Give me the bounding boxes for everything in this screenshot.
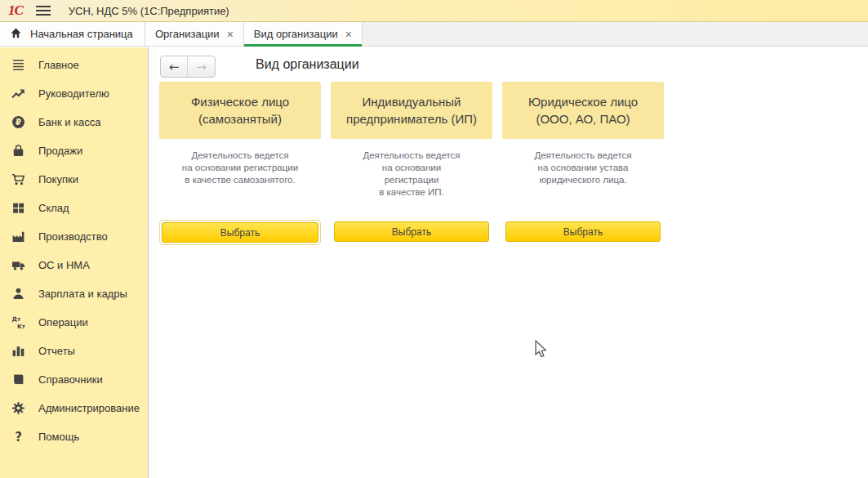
sidebar-item-label: Покупки [38,173,78,185]
ruble-circle-icon: ₽ [11,114,26,130]
sidebar-item-1[interactable]: Главное [0,51,148,79]
main-menu-icon[interactable] [36,6,51,16]
svg-text:₽: ₽ [16,118,21,127]
tab-1[interactable]: Организации× [145,22,244,46]
card-title-line: Юридическое лицо [528,93,638,110]
card-description-line: в качестве ИП. [331,186,492,199]
history-nav: ← → [160,56,216,78]
1c-logo: 1С [8,2,23,19]
org-type-card-2: Индивидуальныйпредприниматель (ИП)Деятел… [331,82,492,245]
sidebar-item-5[interactable]: Покупки [0,165,148,194]
select-button-3[interactable]: Выбрать [505,221,661,242]
dtkt-icon: ДтКт [11,315,26,330]
factory-icon [11,229,26,244]
tab-home[interactable]: Начальная страница [0,22,145,46]
bar-chart-icon [11,343,26,359]
card-title-line: (ООО, АО, ПАО) [536,110,630,127]
question-icon: ? [11,429,26,444]
card-title-line: предприниматель (ИП) [346,110,477,127]
title-bar: 1С УСН, НДС 5% (1С:Предприятие) [0,0,868,22]
cart-icon [11,172,26,187]
card-description-line: на основании [331,162,492,174]
sidebar: ГлавноеРуководителю₽Банк и кассаПродажиП… [0,47,149,478]
gear-icon [11,400,26,416]
card-description-line: Деятельность ведется [502,150,664,162]
sidebar-item-label: Банк и касса [38,116,101,128]
tab-home-label: Начальная страница [30,28,133,40]
sidebar-item-label: Операции [38,316,88,328]
sidebar-item-label: Склад [38,202,69,214]
card-description: Деятельность ведетсяна основании уставаю… [502,150,664,186]
sidebar-item-label: ОС и НМА [38,259,90,271]
tab-2-active[interactable]: Вид организации× [244,22,363,46]
main-area: ← → Вид организации Физическое лицо(само… [149,47,868,478]
sidebar-item-3[interactable]: ₽Банк и касса [0,108,148,136]
org-type-card-3: Юридическое лицо(ООО, АО, ПАО)Деятельнос… [502,82,664,245]
card-title-line: (самозанятый) [198,110,282,127]
sidebar-item-label: Главное [38,59,79,71]
sidebar-item-11[interactable]: Отчеты [0,337,148,365]
card-title: Юридическое лицо(ООО, АО, ПАО) [502,82,664,139]
card-title-line: Индивидуальный [363,93,461,110]
card-description: Деятельность ведетсяна основании регистр… [159,150,321,186]
back-button[interactable]: ← [161,56,188,77]
tab-label: Вид организации [254,28,338,40]
sidebar-item-label: Руководителю [38,87,109,100]
sidebar-item-label: Продажи [38,145,82,157]
home-icon [10,27,22,42]
sidebar-item-13[interactable]: Администрирование [0,394,148,422]
book-icon [11,372,26,387]
select-button-ring: Выбрать [502,218,664,245]
close-tab-icon[interactable]: × [345,29,352,40]
trend-icon [11,86,26,101]
warehouse-icon [11,200,26,216]
window-title: УСН, НДС 5% (1С:Предприятие) [69,5,229,17]
sidebar-item-label: Производство [38,230,108,243]
card-description-line: юридического лица. [502,174,664,186]
sidebar-item-label: Справочники [38,373,103,386]
sidebar-item-label: Администрирование [38,402,140,414]
select-button-ring: Выбрать [159,220,321,245]
sidebar-item-label: Зарплата и кадры [38,288,127,300]
sidebar-item-label: Помощь [38,431,79,443]
truck-icon [11,257,26,273]
card-description-line: регистрации [331,174,492,186]
card-title: Физическое лицо(самозанятый) [159,82,321,139]
card-description-line: Деятельность ведется [331,150,492,162]
org-type-card-1: Физическое лицо(самозанятый)Деятельность… [159,82,321,245]
card-description-line: на основании регистрации [159,162,321,174]
svg-text:Кт: Кт [17,323,25,329]
card-title-line: Физическое лицо [191,93,289,110]
select-button-1[interactable]: Выбрать [162,222,318,243]
select-button-2[interactable]: Выбрать [334,221,489,242]
tab-label: Организации [155,28,220,40]
card-description-line: на основании устава [502,162,664,174]
sidebar-item-6[interactable]: Склад [0,194,148,222]
sidebar-item-10[interactable]: ДтКтОперации [0,308,148,337]
bag-icon [11,143,26,159]
close-tab-icon[interactable]: × [227,29,234,40]
card-description: Деятельность ведетсяна основаниирегистра… [331,150,492,199]
sidebar-item-14[interactable]: ?Помощь [0,422,148,451]
forward-button[interactable]: → [188,56,215,77]
sidebar-item-7[interactable]: Производство [0,222,148,251]
page-title: Вид организации [256,57,359,72]
sidebar-item-2[interactable]: Руководителю [0,79,148,108]
sidebar-item-8[interactable]: ОС и НМА [0,251,148,279]
card-description-line: в качестве самозанятого. [159,174,321,186]
tab-bar: Начальная страница Организации×Вид орган… [0,22,868,47]
select-button-ring: Выбрать [331,218,492,245]
sidebar-item-label: Отчеты [38,345,75,357]
sidebar-item-9[interactable]: Зарплата и кадры [0,279,148,308]
card-title: Индивидуальныйпредприниматель (ИП) [331,82,492,139]
sidebar-item-12[interactable]: Справочники [0,365,148,394]
menu-icon [11,57,26,73]
sidebar-item-4[interactable]: Продажи [0,136,148,165]
card-description-line: Деятельность ведется [159,150,321,162]
person-icon [11,286,26,302]
